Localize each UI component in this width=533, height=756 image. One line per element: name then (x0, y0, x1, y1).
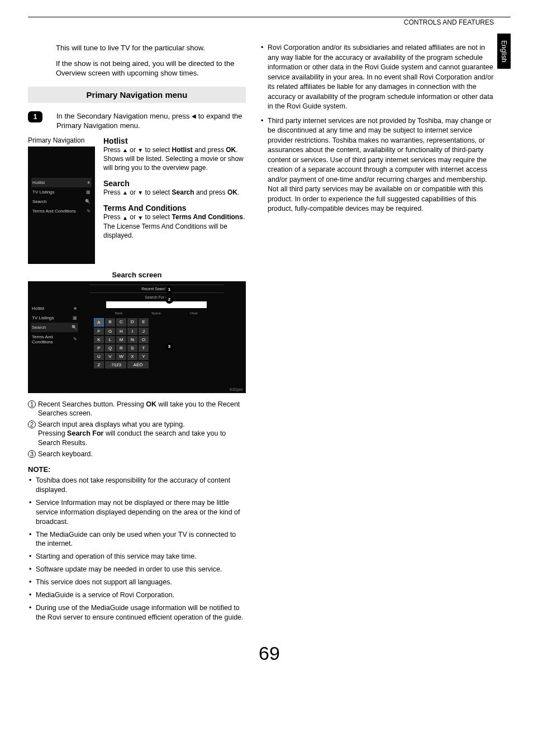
search-input-box (106, 301, 207, 308)
key: T (139, 344, 149, 352)
down-arrow-icon: ▼ (137, 189, 143, 197)
callout-2: 2 (165, 296, 173, 304)
key: B (105, 318, 115, 327)
search-screen-caption: Search screen (28, 271, 246, 279)
page-number: 69 (28, 642, 511, 664)
down-arrow-icon: ▼ (137, 214, 143, 222)
nav-item-hotlist: Hotlist★ (31, 178, 92, 187)
key: O (139, 336, 149, 343)
intro-p2: If the show is not being aired, you will… (56, 59, 246, 78)
search-for-row: Search For (89, 293, 223, 301)
recent-searches-row: Recent Searches (89, 285, 223, 293)
list-item: Service Information may not be displayed… (28, 498, 246, 527)
sf-nav-search: Search🔍 (31, 323, 78, 332)
intro-block: This will tune to live TV for the partic… (56, 43, 246, 78)
key: AÉÖ (127, 361, 149, 368)
key: Q (105, 344, 115, 352)
right-column-list: Rovi Corporation and/or its subsidiaries… (260, 43, 497, 214)
up-arrow-icon: ▲ (122, 147, 128, 154)
list-item: 1 Recent Searches button. Pressing OK wi… (28, 400, 246, 418)
key: L (105, 336, 115, 343)
key: C (116, 318, 126, 327)
list-item: The MediaGuide can only be used when you… (28, 530, 246, 549)
list-item: Starting and operation of this service m… (28, 552, 246, 561)
step-badge: 1 (28, 111, 42, 122)
grid-icon: ▦ (86, 190, 91, 195)
nav-item-tv: TV Listings▦ (31, 187, 92, 197)
header-rule (28, 17, 511, 17)
desc-hotlist: Hotlist Press ▲ or ▼ to select Hotlist a… (103, 136, 246, 173)
nav-item-terms: Terms And Conditions✎ (31, 206, 92, 216)
star-icon: ★ (87, 180, 91, 185)
key: V (105, 353, 115, 360)
left-arrow-icon: ◀ (192, 112, 196, 120)
key: W (116, 353, 126, 360)
sf-nav-terms: Terms And Conditions✎ (31, 332, 78, 347)
key: J (139, 328, 149, 335)
kb-controls: Back Space Clear (89, 311, 223, 315)
key: E (139, 318, 149, 327)
search-screen-figure: Hotlist★ TV Listings▦ Search🔍 Terms And … (28, 281, 246, 393)
key: K (94, 336, 104, 343)
clock: 4:01pm (230, 388, 242, 391)
search-icon: 🔍 (72, 325, 77, 330)
sf-nav-hotlist: Hotlist★ (31, 304, 78, 313)
key: U (94, 353, 104, 360)
key: N (127, 336, 137, 343)
key: R (116, 344, 126, 352)
key: A (94, 318, 104, 327)
key: D (127, 318, 137, 327)
up-arrow-icon: ▲ (122, 189, 128, 197)
desc-search: Search Press ▲ or ▼ to select Search and… (103, 179, 246, 197)
key: X (127, 353, 137, 360)
list-item: Software update may be needed in order t… (28, 565, 246, 574)
nav-item-search: Search🔍 (31, 197, 92, 206)
key: H (116, 328, 126, 335)
nav-caption: Primary Navigation (28, 136, 95, 144)
search-icon: 🔍 (85, 199, 91, 204)
search-keyboard: ABCDEFGHIJKLMNOPQRSTUVWXYZ.?123AÉÖ (89, 318, 223, 368)
note-heading: NOTE: (28, 465, 246, 474)
key: P (94, 344, 104, 352)
callout-3: 3 (165, 343, 173, 351)
up-arrow-icon: ▲ (122, 214, 128, 222)
key: M (116, 336, 126, 343)
primary-nav-figure: Hotlist★ TV Listings▦ Search🔍 Terms And … (28, 147, 95, 264)
key: F (94, 328, 104, 335)
section-heading-primary-nav: Primary Navigation menu (28, 87, 246, 103)
down-arrow-icon: ▼ (137, 147, 143, 154)
list-item: Toshiba does not take responsibility for… (28, 476, 246, 495)
list-item: Third party internet services are not pr… (260, 116, 497, 214)
key: I (127, 328, 137, 335)
key: S (127, 344, 137, 352)
callout-1: 1 (165, 286, 173, 294)
list-item: 3 Search keyboard. (28, 450, 246, 459)
key: Z (94, 361, 104, 368)
step-1-text: In the Secondary Navigation menu, press … (49, 111, 246, 131)
grid-icon: ▦ (73, 315, 77, 320)
step-1: 1 In the Secondary Navigation menu, pres… (28, 111, 246, 131)
header-section: CONTROLS AND FEATURES (28, 18, 511, 26)
intro-p1: This will tune to live TV for the partic… (56, 43, 246, 53)
list-item: 2 Search input area displays what you ar… (28, 420, 246, 447)
desc-terms: Terms And Conditions Press ▲ or ▼ to sel… (103, 204, 246, 240)
search-callout-list: 1 Recent Searches button. Pressing OK wi… (28, 400, 246, 459)
list-item: Rovi Corporation and/or its subsidiaries… (260, 43, 497, 112)
key: Y (139, 353, 149, 360)
sf-nav-tv: TV Listings▦ (31, 313, 78, 323)
language-tab: English (497, 34, 511, 69)
key: G (105, 328, 115, 335)
note-list: Toshiba does not take responsibility for… (28, 476, 246, 622)
list-item: MediaGuide is a service of Rovi Corporat… (28, 590, 246, 600)
list-item: This service does not support all langua… (28, 578, 246, 587)
doc-icon: ✎ (73, 337, 77, 342)
star-icon: ★ (73, 306, 77, 311)
key: .?123 (105, 361, 126, 368)
doc-icon: ✎ (87, 209, 91, 214)
list-item: During use of the MediaGuide usage infor… (28, 603, 246, 622)
